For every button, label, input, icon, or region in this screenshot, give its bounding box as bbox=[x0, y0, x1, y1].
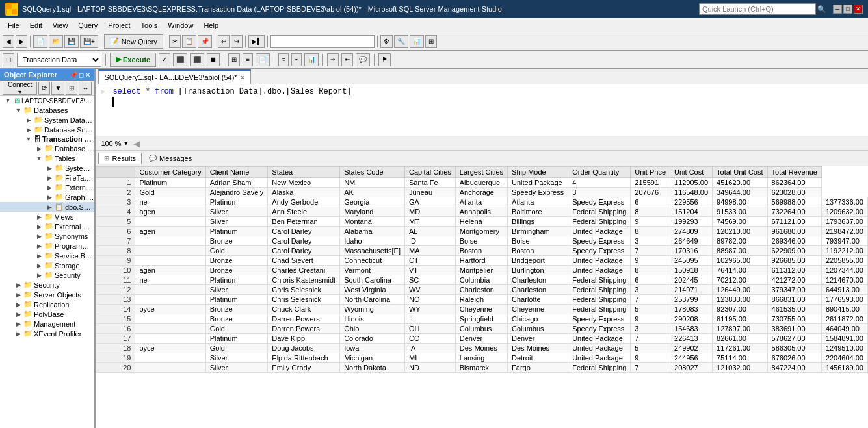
top-security-node[interactable]: ▶ 📁 Security bbox=[0, 280, 94, 290]
table-row[interactable]: 2GoldAlejandro SavelyAlaskaAKJuneauAncho… bbox=[96, 188, 868, 197]
results-grid-button[interactable]: ⊞ bbox=[228, 53, 240, 66]
table-row[interactable]: 3nePlatinumAndy GerbodeGeorgiaGAAtlantaA… bbox=[96, 197, 868, 207]
oe-sync-button[interactable]: ↔ bbox=[79, 82, 92, 95]
copy-button[interactable]: 📋 bbox=[182, 35, 196, 48]
database-selector[interactable]: Transaction Data bbox=[17, 53, 101, 67]
column-header-5[interactable]: Capital Cities bbox=[404, 167, 455, 178]
settings2-button[interactable]: 🔧 bbox=[394, 35, 408, 48]
server-node[interactable]: ▼ 🖥 LAPTOP-SBBDEVE3\SQLEXPRESS (S bbox=[0, 96, 94, 105]
table-row[interactable]: 5SilverBen PetermanMontanaMTHelenaBillin… bbox=[96, 217, 868, 227]
menu-view[interactable]: View bbox=[47, 20, 73, 31]
new-file-button[interactable]: 📄 bbox=[33, 35, 47, 48]
include-actual-button[interactable]: ≈ bbox=[278, 53, 289, 66]
db-snapshots-node[interactable]: ▶ 📁 Database Snapshots bbox=[0, 125, 94, 134]
tab-close-icon[interactable]: ✕ bbox=[240, 74, 245, 81]
db-diagrams-node[interactable]: ▶ 📁 Database Diagrams bbox=[0, 144, 94, 153]
undo-button[interactable]: ↩ bbox=[218, 35, 230, 48]
client-stats-button[interactable]: 📊 bbox=[304, 53, 319, 66]
views-node[interactable]: ▶ 📁 Views bbox=[0, 212, 94, 221]
search-toolbar-input[interactable] bbox=[270, 35, 375, 48]
comment-button[interactable]: 💬 bbox=[356, 53, 370, 66]
messages-tab[interactable]: 💬 Messages bbox=[143, 153, 198, 164]
column-header-8[interactable]: Order Quantity bbox=[568, 167, 631, 178]
show-plan-button[interactable]: ⌁ bbox=[291, 53, 302, 66]
column-header-12[interactable]: Total Revenue bbox=[767, 167, 821, 178]
polybase-node[interactable]: ▶ 📁 PolyBase bbox=[0, 309, 94, 319]
graph-tables-node[interactable]: ▶ 📁 Graph Tables bbox=[0, 192, 94, 202]
stop-button[interactable]: ⏹ bbox=[207, 53, 220, 66]
parse-button[interactable]: ⬛ bbox=[173, 53, 187, 66]
storage-node[interactable]: ▶ 📁 Storage bbox=[0, 260, 94, 270]
back-button[interactable]: ◀ bbox=[3, 35, 14, 48]
quick-launch-input[interactable] bbox=[699, 3, 816, 15]
cut-button[interactable]: ✂ bbox=[169, 35, 181, 48]
menu-edit[interactable]: Edit bbox=[25, 20, 47, 31]
paste-button[interactable]: 📌 bbox=[198, 35, 212, 48]
sales-report-table-node[interactable]: ▶ 📋 dbo.Sales Report bbox=[0, 202, 94, 212]
oe-float-button[interactable]: ◻ bbox=[79, 71, 84, 79]
oe-refresh-button[interactable]: ⟳ bbox=[38, 82, 50, 95]
service-broker-node[interactable]: ▶ 📁 Service Broker bbox=[0, 251, 94, 260]
indent-button[interactable]: ⇥ bbox=[327, 53, 339, 66]
table-row[interactable]: 1PlatinumAdrian ShamiNew MexicoNMSanta F… bbox=[96, 178, 868, 188]
menu-project[interactable]: Project bbox=[103, 20, 135, 31]
save-all-button[interactable]: 💾+ bbox=[80, 35, 98, 48]
minimize-button[interactable]: ─ bbox=[833, 5, 842, 14]
oe-connect-button[interactable]: Connect ▾ bbox=[3, 82, 37, 95]
column-header-11[interactable]: Total Unit Cost bbox=[713, 167, 768, 178]
column-header-10[interactable]: Unit Cost bbox=[670, 167, 713, 178]
replication-node[interactable]: ▶ 📁 Replication bbox=[0, 299, 94, 309]
extra-button[interactable]: ⚑ bbox=[378, 53, 391, 66]
parse2-button[interactable]: ⬛ bbox=[190, 53, 204, 66]
execute-button[interactable]: ▶ Execute bbox=[110, 53, 156, 67]
system-tables-node[interactable]: ▶ 📁 System Tables bbox=[0, 163, 94, 173]
column-header-9[interactable]: Unit Price bbox=[631, 167, 670, 178]
transaction-data-node[interactable]: ▼ 🗄 Transaction Data bbox=[0, 134, 94, 144]
menu-tools[interactable]: Tools bbox=[136, 20, 163, 31]
results-text-button[interactable]: ≡ bbox=[243, 53, 253, 66]
column-header-3[interactable]: Statea bbox=[268, 167, 340, 178]
redo-button[interactable]: ↪ bbox=[231, 35, 243, 48]
table-row[interactable]: 9BronzeChad SievertConnecticutCTHartford… bbox=[96, 256, 868, 266]
databases-node[interactable]: ▼ 📁 Databases bbox=[0, 105, 94, 115]
table-row[interactable]: 12SilverChris SelesnickWest VirginiaWVCh… bbox=[96, 285, 868, 295]
debug-button[interactable]: ▶▌ bbox=[248, 35, 265, 48]
system-databases-node[interactable]: ▶ 📁 System Databases bbox=[0, 115, 94, 125]
table-row[interactable]: 11nePlatinumChloris KastensmidtSouth Car… bbox=[96, 275, 868, 285]
results-tab[interactable]: ⊞ Results bbox=[98, 153, 142, 164]
server-objects-node[interactable]: ▶ 📁 Server Objects bbox=[0, 290, 94, 299]
oe-close-button[interactable]: ✕ bbox=[85, 71, 90, 79]
oe-icon-button[interactable]: ◻ bbox=[3, 53, 14, 66]
open-button[interactable]: 📂 bbox=[49, 35, 63, 48]
results-file-button[interactable]: 📄 bbox=[256, 53, 270, 66]
table-row[interactable]: 18oyceGoldDoug JacobsIowaIADes MoinesDes… bbox=[96, 344, 868, 353]
table-row[interactable]: 6agenPlatinumCarol DarleyAlabamaALMontgo… bbox=[96, 227, 868, 236]
menu-help[interactable]: Help bbox=[198, 20, 224, 31]
maximize-button[interactable]: □ bbox=[843, 5, 852, 14]
oe-options-button[interactable]: ⊞ bbox=[66, 82, 77, 95]
column-header-4[interactable]: States Code bbox=[340, 167, 405, 178]
settings4-button[interactable]: ⊞ bbox=[425, 35, 437, 48]
column-header-7[interactable]: Ship Mode bbox=[508, 167, 568, 178]
management-node[interactable]: ▶ 📁 Management bbox=[0, 319, 94, 329]
settings3-button[interactable]: 📊 bbox=[410, 35, 424, 48]
programmability-node[interactable]: ▶ 📁 Programmability bbox=[0, 241, 94, 251]
table-row[interactable]: 10agenBronzeCharles CrestaniVermontVTMon… bbox=[96, 266, 868, 275]
table-row[interactable]: 14oyceBronzeChuck ClarkWyomingWYCheyenne… bbox=[96, 305, 868, 314]
external-resources-node[interactable]: ▶ 📁 External Resources bbox=[0, 221, 94, 231]
table-row[interactable]: 4agenSilverAnn SteeleMarylandMDAnnapolis… bbox=[96, 207, 868, 217]
query-tab[interactable]: SQLQuery1.sql - LA...BDEVE3\abiol (54)* … bbox=[98, 69, 250, 84]
file-tables-node[interactable]: ▶ 📁 FileTables bbox=[0, 173, 94, 183]
results-table-container[interactable]: Customer CategoryClient NameStateaStates… bbox=[96, 166, 868, 428]
synonyms-node[interactable]: ▶ 📁 Synonyms bbox=[0, 231, 94, 241]
table-row[interactable]: 17PlatinumDave KippColoradoCODenverDenve… bbox=[96, 334, 868, 344]
table-row[interactable]: 16GoldDarren PowersOhioOHColumbusColumbu… bbox=[96, 324, 868, 334]
oe-pin-button[interactable]: 📌 bbox=[70, 71, 77, 79]
outdent-button[interactable]: ⇤ bbox=[341, 53, 353, 66]
column-header-6[interactable]: Largest Cities bbox=[455, 167, 507, 178]
table-row[interactable]: 13PlatinumChris SelesnickNorth CarolinaN… bbox=[96, 295, 868, 305]
close-button[interactable]: ✕ bbox=[854, 5, 863, 14]
scroll-left-icon[interactable]: ◀ bbox=[133, 138, 140, 149]
xevent-profiler-node[interactable]: ▶ 📁 XEvent Profiler bbox=[0, 329, 94, 338]
debug2-button[interactable]: ✓ bbox=[159, 53, 170, 66]
